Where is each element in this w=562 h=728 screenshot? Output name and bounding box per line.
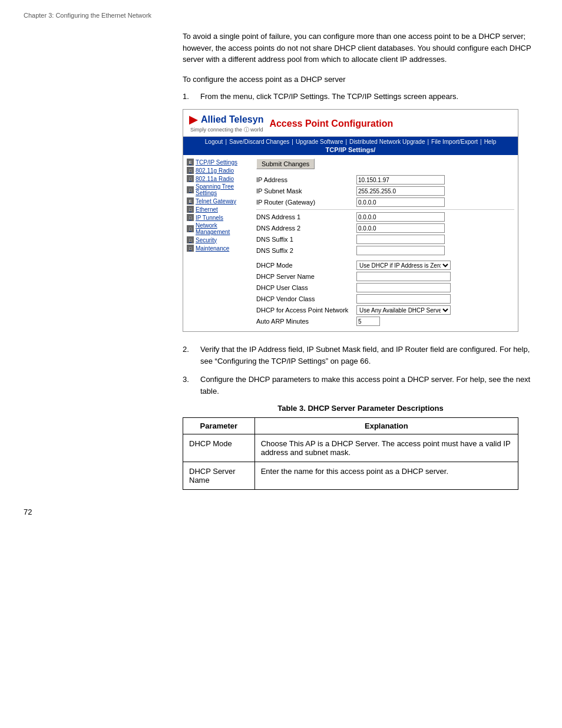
iptunnels-icon: □ bbox=[187, 214, 194, 221]
subnet-mask-label: IP Subnet Mask bbox=[256, 187, 356, 195]
nav-bar: Logout | Save/Discard Changes | Upgrade … bbox=[183, 137, 518, 155]
section-intro: To configure the access point as a DHCP … bbox=[183, 75, 538, 84]
col-explanation: Explanation bbox=[254, 418, 518, 434]
param-table: Parameter Explanation DHCP Mode Choose T… bbox=[183, 417, 518, 490]
table-row: DHCP Server Name Enter the name for this… bbox=[183, 462, 518, 490]
sidebar-item-maintenance[interactable]: □ Maintenance bbox=[187, 245, 252, 252]
dns2-input[interactable] bbox=[356, 223, 445, 233]
dns1-input[interactable] bbox=[356, 212, 445, 222]
step-2-text: Verify that the IP Address field, IP Sub… bbox=[200, 344, 538, 367]
form-row-gateway: IP Router (Gateway) bbox=[256, 197, 514, 207]
nav-logout[interactable]: Logout bbox=[205, 139, 223, 145]
tcpip-icon: E bbox=[187, 159, 194, 166]
nav-file[interactable]: File Import/Export bbox=[431, 139, 478, 145]
telnet-icon: E bbox=[187, 197, 194, 205]
form-row-autoarp: Auto ARP Minutes bbox=[256, 317, 514, 326]
security-icon: □ bbox=[187, 236, 194, 243]
gateway-input[interactable] bbox=[356, 197, 445, 207]
sidebar-item-80211g[interactable]: □ 802.11g Radio bbox=[187, 167, 252, 174]
sidebar-item-telnet[interactable]: E Telnet Gateway bbox=[187, 197, 252, 205]
sidebar-item-tcpip[interactable]: E TCP/IP Settings bbox=[187, 159, 252, 166]
submit-changes-button[interactable]: Submit Changes bbox=[256, 159, 315, 169]
sidebar-item-spanning[interactable]: □ Spanning Tree Settings bbox=[187, 183, 252, 196]
param-dhcpmode: DHCP Mode bbox=[183, 434, 255, 462]
logo-tagline: Simply connecting the ⓘ world bbox=[190, 126, 263, 134]
step-3-num: 3. bbox=[183, 374, 200, 397]
ethernet-icon: □ bbox=[187, 206, 194, 213]
step-1: 1. From the menu, click TCP/IP Settings.… bbox=[183, 91, 538, 103]
autoarp-label: Auto ARP Minutes bbox=[256, 318, 356, 325]
sidebar-label-maintenance: Maintenance bbox=[196, 245, 229, 252]
dns2-label: DNS Address 2 bbox=[256, 225, 356, 232]
screenshot: ▶ Allied Telesyn Simply connecting the ⓘ… bbox=[183, 109, 518, 332]
nav-upgrade[interactable]: Upgrade Software bbox=[296, 139, 343, 145]
step-3-text: Configure the DHCP parameters to make th… bbox=[200, 374, 538, 397]
param-dhcpservername: DHCP Server Name bbox=[183, 462, 255, 490]
form-row-dns1: DNS Address 1 bbox=[256, 212, 514, 222]
dnssuffix1-input[interactable] bbox=[356, 235, 445, 244]
app-title: Access Point Configuration bbox=[269, 118, 393, 129]
sidebar-label-spanning: Spanning Tree Settings bbox=[196, 183, 252, 196]
form-row-dnssuffix2: DNS Suffix 2 bbox=[256, 246, 514, 255]
sidebar-item-security[interactable]: □ Security bbox=[187, 236, 252, 243]
sidebar-label-tcpip: TCP/IP Settings bbox=[196, 159, 237, 166]
sidebar-item-iptunnels[interactable]: □ IP Tunnels bbox=[187, 214, 252, 221]
nav-distributed[interactable]: Distributed Network Upgrade bbox=[349, 139, 425, 145]
sidebar: E TCP/IP Settings □ 802.11g Radio □ 802.… bbox=[187, 159, 252, 328]
form-row-dhcpmode: DHCP Mode Use DHCP if IP Address is Zero… bbox=[256, 261, 514, 270]
form-row-dhcpapnetwork: DHCP for Access Point Network Use Any Av… bbox=[256, 305, 514, 315]
dhcpvendorclass-label: DHCP Vendor Class bbox=[256, 295, 356, 302]
dhcpapnetwork-select[interactable]: Use Any Available DHCP Server bbox=[356, 305, 451, 315]
form-area: Submit Changes IP Address IP Subnet Mask… bbox=[252, 159, 514, 328]
network-icon: □ bbox=[187, 225, 194, 232]
dhcpmode-label: DHCP Mode bbox=[256, 262, 356, 269]
80211a-icon: □ bbox=[187, 175, 194, 182]
dhcpvendorclass-input[interactable] bbox=[356, 294, 451, 304]
step-3: 3. Configure the DHCP parameters to make… bbox=[183, 374, 538, 397]
sidebar-item-80211a[interactable]: □ 802.11a Radio bbox=[187, 175, 252, 182]
sidebar-label-security: Security bbox=[196, 237, 217, 243]
80211g-icon: □ bbox=[187, 167, 194, 174]
explanation-dhcpmode: Choose This AP is a DHCP Server. The acc… bbox=[254, 434, 518, 462]
dhcpservername-label: DHCP Server Name bbox=[256, 273, 356, 280]
intro-paragraph: To avoid a single point of failure, you … bbox=[183, 31, 538, 65]
nav-page-title: TCP/IP Settings/ bbox=[187, 146, 514, 153]
maintenance-icon: □ bbox=[187, 245, 194, 252]
form-row-dnssuffix1: DNS Suffix 1 bbox=[256, 235, 514, 244]
form-row-subnet: IP Subnet Mask bbox=[256, 186, 514, 196]
logo-arrow-icon: ▶ bbox=[189, 113, 197, 126]
chapter-header: Chapter 3: Configuring the Ethernet Netw… bbox=[24, 12, 538, 19]
ip-address-label: IP Address bbox=[256, 176, 356, 183]
logo-name: Allied Telesyn bbox=[201, 114, 263, 125]
nav-help[interactable]: Help bbox=[484, 139, 497, 145]
nav-save[interactable]: Save/Discard Changes bbox=[229, 139, 289, 145]
dhcpuserclass-input[interactable] bbox=[356, 283, 451, 292]
dhcpmode-select[interactable]: Use DHCP if IP Address is Zero This AP i… bbox=[356, 261, 451, 270]
dhcpuserclass-label: DHCP User Class bbox=[256, 284, 356, 291]
table-caption: Table 3. DHCP Server Parameter Descripti… bbox=[183, 404, 538, 413]
form-row-dhcpservername: DHCP Server Name bbox=[256, 272, 514, 281]
sidebar-label-80211a: 802.11a Radio bbox=[196, 176, 234, 182]
subnet-mask-input[interactable] bbox=[356, 186, 445, 196]
dhcpservername-input[interactable] bbox=[356, 272, 451, 281]
dhcpapnetwork-label: DHCP for Access Point Network bbox=[256, 307, 356, 314]
dnssuffix1-label: DNS Suffix 1 bbox=[256, 236, 356, 243]
sidebar-item-network[interactable]: □ Network Management bbox=[187, 222, 252, 235]
col-parameter: Parameter bbox=[183, 418, 255, 434]
step-1-num: 1. bbox=[183, 91, 200, 103]
autoarp-input[interactable] bbox=[356, 317, 380, 326]
sidebar-label-80211g: 802.11g Radio bbox=[196, 167, 234, 174]
main-area: E TCP/IP Settings □ 802.11g Radio □ 802.… bbox=[183, 155, 518, 331]
step-2-num: 2. bbox=[183, 344, 200, 367]
dns1-label: DNS Address 1 bbox=[256, 213, 356, 220]
dnssuffix2-input[interactable] bbox=[356, 246, 445, 255]
ip-address-input[interactable] bbox=[356, 175, 445, 185]
form-row-dhcpvendorclass: DHCP Vendor Class bbox=[256, 294, 514, 304]
sidebar-label-network: Network Management bbox=[196, 222, 252, 235]
sidebar-label-iptunnels: IP Tunnels bbox=[196, 215, 223, 221]
spanning-icon: □ bbox=[187, 186, 194, 193]
explanation-dhcpservername: Enter the name for this access point as … bbox=[254, 462, 518, 490]
form-row-dhcpuserclass: DHCP User Class bbox=[256, 283, 514, 292]
sidebar-label-telnet: Telnet Gateway bbox=[196, 198, 236, 205]
sidebar-item-ethernet[interactable]: □ Ethernet bbox=[187, 206, 252, 213]
